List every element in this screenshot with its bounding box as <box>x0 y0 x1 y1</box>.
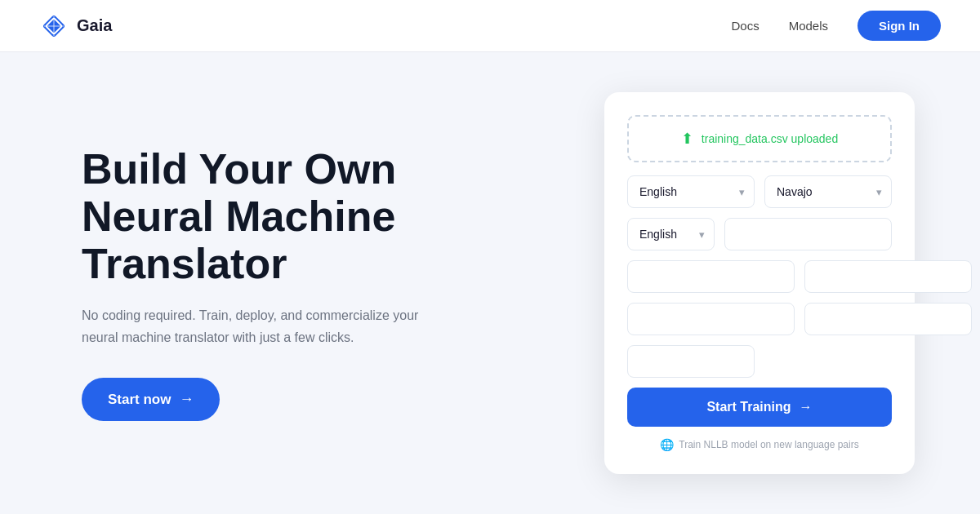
warmup-row: 0.001 <box>627 345 892 378</box>
start-training-label: Start Training <box>706 400 791 414</box>
globe-icon: 🌐 <box>660 438 674 451</box>
model-language-wrapper[interactable]: English Spanish <box>627 218 715 250</box>
signin-button[interactable]: Sign In <box>858 11 941 41</box>
start-training-button[interactable]: Start Training → <box>627 388 892 427</box>
target-language-wrapper[interactable]: Navajo English Spanish <box>764 175 892 208</box>
batch-steps-row: 128 1000 <box>627 260 892 293</box>
target-language-select[interactable]: Navajo English Spanish <box>764 175 892 208</box>
warmup-input[interactable]: 0.001 <box>627 345 755 378</box>
arrow-icon: → <box>179 391 194 408</box>
vocab-lr-row: 32000 0.0001 <box>627 303 892 335</box>
nllb-note: 🌐 Train NLLB model on new language pairs <box>627 438 892 451</box>
hero-title: Build Your Own Neural Machine Translator <box>82 145 506 288</box>
navbar: Gaia Docs Models Sign In <box>0 0 980 52</box>
source-language-select[interactable]: English Spanish French <box>627 175 755 208</box>
nllb-text: Train NLLB model on new language pairs <box>679 439 858 450</box>
main-content: Build Your Own Neural Machine Translator… <box>0 52 980 514</box>
train-arrow-icon: → <box>800 400 813 414</box>
upload-area[interactable]: ⬆ training_data.csv uploaded <box>627 115 892 162</box>
steps-input[interactable]: 1000 <box>804 260 972 293</box>
epoch-row: English Spanish 16 <box>627 218 892 250</box>
source-language-wrapper[interactable]: English Spanish French <box>627 175 755 208</box>
logo-icon <box>39 11 69 41</box>
upload-text: training_data.csv uploaded <box>702 132 838 145</box>
training-card: ⬆ training_data.csv uploaded English Spa… <box>604 92 915 474</box>
model-language-select[interactable]: English Spanish <box>627 218 715 250</box>
batch-size-input[interactable]: 128 <box>627 260 795 293</box>
start-now-button[interactable]: Start now → <box>82 378 220 421</box>
start-now-label: Start now <box>108 392 171 408</box>
hero-section: Build Your Own Neural Machine Translator… <box>82 145 506 421</box>
vocab-size-input[interactable]: 32000 <box>627 303 795 335</box>
learning-rate-input[interactable]: 0.0001 <box>804 303 972 335</box>
logo[interactable]: Gaia <box>39 11 112 41</box>
docs-link[interactable]: Docs <box>731 19 759 33</box>
nav-links: Docs Models Sign In <box>731 11 941 41</box>
upload-icon: ⬆ <box>681 130 693 148</box>
logo-text: Gaia <box>77 16 112 35</box>
hero-subtitle: No coding required. Train, deploy, and c… <box>82 305 425 348</box>
models-link[interactable]: Models <box>789 19 828 33</box>
epochs-input[interactable]: 16 <box>724 218 892 250</box>
language-pair-row: English Spanish French Navajo English Sp… <box>627 175 892 208</box>
